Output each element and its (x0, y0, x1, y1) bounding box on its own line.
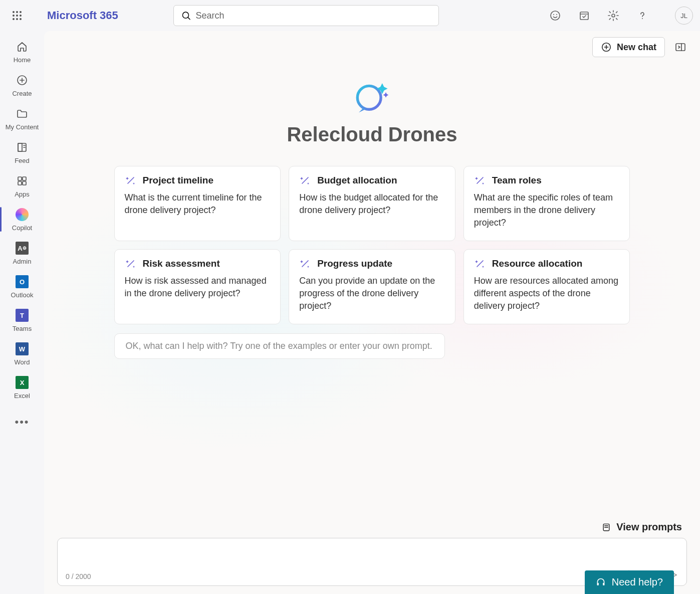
wand-sparkle-icon (474, 258, 486, 270)
view-prompts-label: View prompts (616, 521, 682, 533)
sidebar-item-feed[interactable]: Feed (0, 137, 44, 167)
app-launcher-button[interactable] (7, 6, 27, 26)
svg-rect-27 (18, 181, 22, 185)
teams-icon: T (15, 308, 30, 323)
help-icon[interactable] (636, 9, 649, 22)
svg-rect-28 (23, 181, 26, 185)
sidebar-item-label: Copilot (12, 224, 32, 232)
sidebar-item-label: Outlook (11, 291, 34, 299)
sidebar-item-teams[interactable]: T Teams (0, 305, 44, 335)
search-box[interactable] (173, 5, 439, 26)
sidebar-item-copilot[interactable]: Copilot (0, 204, 44, 235)
card-title: Team roles (492, 175, 542, 186)
svg-rect-43 (603, 582, 604, 585)
search-input[interactable] (195, 11, 431, 21)
card-body: How are resources allocated among differ… (474, 275, 620, 313)
svg-point-3 (13, 15, 15, 17)
headset-icon (596, 577, 606, 587)
calendar-check-icon[interactable] (578, 9, 591, 22)
char-counter: 0 / 2000 (66, 572, 91, 580)
new-chat-button[interactable]: New chat (592, 37, 665, 57)
sidebar-item-home[interactable]: Home (0, 36, 44, 67)
header-bar: Microsoft 365 JL (0, 0, 700, 31)
svg-point-13 (556, 14, 557, 15)
card-body: How is risk assessed and managed in the … (125, 275, 271, 300)
svg-point-17 (642, 18, 643, 19)
sidebar-item-excel[interactable]: X Excel (0, 372, 44, 403)
svg-rect-14 (580, 12, 588, 20)
card-title: Progress update (317, 258, 392, 269)
sidebar-item-label: Excel (14, 392, 30, 400)
sidebar-item-apps[interactable]: Apps (0, 170, 44, 201)
card-body: What is the current timeline for the dro… (125, 191, 271, 217)
compose-textarea[interactable] (66, 544, 678, 564)
svg-rect-32 (676, 44, 685, 51)
wand-sparkle-icon (474, 174, 486, 186)
card-body: How is the budget allocated for the dron… (299, 191, 445, 217)
sidebar-item-label: My Content (6, 123, 39, 131)
sidebar-item-word[interactable]: W Word (0, 338, 44, 369)
sidebar-item-label: Create (12, 90, 32, 97)
panel-toggle-button[interactable] (674, 41, 687, 54)
prompt-card[interactable]: Project timeline What is the current tim… (114, 166, 281, 241)
sidebar-item-label: Home (14, 56, 31, 64)
sidebar-more-button[interactable]: ••• (15, 406, 29, 439)
user-avatar[interactable]: JL (675, 7, 693, 25)
svg-point-12 (553, 14, 554, 15)
home-icon (15, 39, 30, 54)
apps-grid-icon (15, 173, 30, 188)
prompt-card[interactable]: Risk assessment How is risk assessed and… (114, 249, 281, 324)
svg-point-5 (20, 15, 22, 17)
prompt-library-icon (601, 522, 611, 532)
view-prompts-button[interactable]: View prompts (57, 521, 687, 538)
svg-rect-26 (23, 177, 26, 180)
need-help-label: Need help? (612, 576, 663, 588)
svg-point-11 (551, 11, 560, 20)
sidebar-item-label: Word (15, 358, 30, 366)
sidebar-item-mycontent[interactable]: My Content (0, 103, 44, 134)
svg-rect-42 (597, 582, 598, 585)
sidebar-item-admin[interactable]: A⚙ Admin (0, 238, 44, 268)
svg-point-16 (612, 14, 615, 17)
svg-point-1 (16, 11, 18, 13)
svg-point-8 (20, 18, 22, 20)
chat-plus-icon (601, 42, 612, 53)
sidebar-item-create[interactable]: Create (0, 70, 44, 100)
copilot-icon (15, 207, 30, 222)
wand-sparkle-icon (125, 174, 137, 186)
card-title: Resource allocation (492, 258, 583, 269)
search-icon (181, 10, 191, 21)
sidebar-item-outlook[interactable]: O Outlook (0, 271, 44, 302)
admin-icon: A⚙ (15, 241, 30, 256)
card-title: Project timeline (143, 175, 214, 186)
svg-point-2 (20, 11, 22, 13)
svg-rect-22 (18, 143, 22, 151)
outlook-icon: O (15, 274, 30, 289)
settings-gear-icon[interactable] (607, 9, 620, 22)
prompt-card[interactable]: Resource allocation How are resources al… (463, 249, 630, 324)
svg-point-34 (357, 86, 381, 109)
excel-icon: X (15, 375, 30, 390)
card-body: Can you provide an update on the progres… (299, 275, 445, 313)
svg-point-6 (13, 18, 15, 20)
waffle-icon (12, 11, 22, 21)
card-title: Risk assessment (143, 258, 220, 269)
prompt-card[interactable]: Team roles What are the specific roles o… (463, 166, 630, 241)
wand-sparkle-icon (299, 174, 311, 186)
svg-point-4 (16, 15, 18, 17)
prompt-card[interactable]: Budget allocation How is the budget allo… (289, 166, 455, 241)
sidebar-item-label: Apps (15, 190, 30, 198)
emoji-icon[interactable] (549, 9, 562, 22)
svg-line-10 (188, 18, 190, 20)
sidebar-item-label: Admin (13, 258, 32, 265)
hint-banner: OK, what can I help with? Try one of the… (114, 333, 445, 359)
sidebar-item-label: Feed (15, 157, 30, 164)
feed-icon (15, 140, 30, 155)
svg-point-0 (13, 11, 15, 13)
card-body: What are the specific roles of team memb… (474, 191, 620, 230)
folder-icon (15, 106, 30, 121)
wand-sparkle-icon (125, 258, 137, 270)
prompt-card[interactable]: Progress update Can you provide an updat… (289, 249, 455, 324)
svg-rect-25 (18, 177, 22, 180)
need-help-button[interactable]: Need help? (585, 570, 674, 594)
